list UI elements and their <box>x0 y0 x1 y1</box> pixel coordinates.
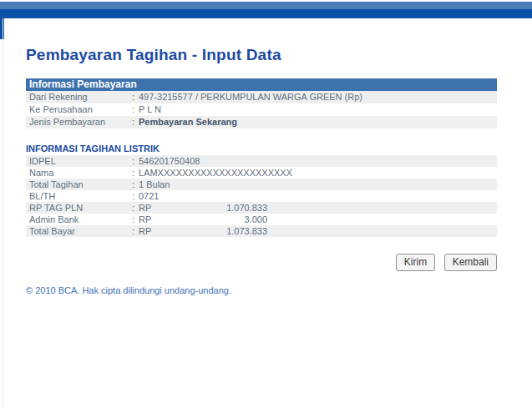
row-separator: : <box>132 214 139 225</box>
currency-label: RP <box>139 225 156 237</box>
row-separator: : <box>132 116 139 128</box>
page-title: Pembayaran Tagihan - Input Data <box>26 46 497 64</box>
row-value: 0721 <box>139 190 497 202</box>
action-buttons: Kirim Kembali <box>26 254 497 271</box>
bill-info-table: IDPEL : 546201750408 Nama : LAMXXXXXXXXX… <box>26 155 497 237</box>
row-separator: : <box>132 190 139 202</box>
row-separator: : <box>132 103 139 116</box>
table-row-ke-perusahaan: Ke Perusahaan : P L N <box>26 103 497 116</box>
row-value: Pembayaran Sekarang <box>139 116 497 128</box>
amount-value: 1.070.833 <box>159 202 267 214</box>
kembali-button[interactable]: Kembali <box>444 254 497 271</box>
table-row-total-bayar: Total Bayar : RP 1.073.833 <box>26 225 497 237</box>
row-value: RP 1.073.833 <box>139 225 497 237</box>
row-separator: : <box>132 91 139 103</box>
row-label: Total Bayar <box>26 225 132 237</box>
row-label: BL/TH <box>26 190 132 202</box>
payment-info-header: Informasi Pembayaran <box>26 78 497 91</box>
payment-info-table: Informasi Pembayaran Dari Rekening : 497… <box>26 78 497 128</box>
table-row-idpel: IDPEL : 546201750408 <box>26 155 497 167</box>
row-label: Jenis Pembayaran <box>26 116 132 128</box>
row-label: Dari Rekening <box>26 91 132 103</box>
row-value: 546201750408 <box>139 155 497 167</box>
row-value: RP 1.070.833 <box>139 202 497 214</box>
row-separator: : <box>132 155 139 167</box>
row-value: RP 3.000 <box>139 214 497 225</box>
top-bar-dark <box>0 9 532 18</box>
table-row-blth: BL/TH : 0721 <box>26 190 497 202</box>
row-value: 497-3215577 / PERKUMPULAN WARGA GREEN (R… <box>139 91 497 103</box>
row-label: RP TAG PLN <box>26 202 132 214</box>
currency-label: RP <box>139 202 156 214</box>
row-separator: : <box>132 202 139 214</box>
footer-copyright: © 2010 BCA. Hak cipta dilindungi undang-… <box>26 285 497 295</box>
row-separator: : <box>132 179 139 190</box>
row-value: LAMXXXXXXXXXXXXXXXXXXXXXX <box>139 167 497 179</box>
currency-label: RP <box>139 214 156 225</box>
table-row-dari-rekening: Dari Rekening : 497-3215577 / PERKUMPULA… <box>26 91 497 103</box>
amount-value: 3.000 <box>159 214 267 225</box>
bill-section-heading: INFORMASI TAGIHAN LISTRIK <box>26 144 497 154</box>
row-label: IDPEL <box>26 155 132 167</box>
row-separator: : <box>132 225 139 237</box>
table-row-nama: Nama : LAMXXXXXXXXXXXXXXXXXXXXXX <box>26 167 497 179</box>
left-border-line <box>3 18 3 408</box>
row-value: P L N <box>139 103 497 116</box>
main-content: Pembayaran Tagihan - Input Data Informas… <box>26 39 497 295</box>
row-value: 1 Bulan <box>139 179 497 190</box>
row-label: Admin Bank <box>26 214 132 225</box>
table-row-jenis-pembayaran: Jenis Pembayaran : Pembayaran Sekarang <box>26 116 497 128</box>
row-label: Total Tagihan <box>26 179 132 190</box>
amount-value: 1.073.833 <box>159 225 267 237</box>
row-separator: : <box>132 167 139 179</box>
table-row-admin-bank: Admin Bank : RP 3.000 <box>26 214 497 225</box>
table-row-total-tagihan: Total Tagihan : 1 Bulan <box>26 179 497 190</box>
table-row-rp-tag-pln: RP TAG PLN : RP 1.070.833 <box>26 202 497 214</box>
row-label: Nama <box>26 167 132 179</box>
row-label: Ke Perusahaan <box>26 103 132 116</box>
kirim-button[interactable]: Kirim <box>396 254 435 271</box>
top-bar-light <box>0 2 532 9</box>
